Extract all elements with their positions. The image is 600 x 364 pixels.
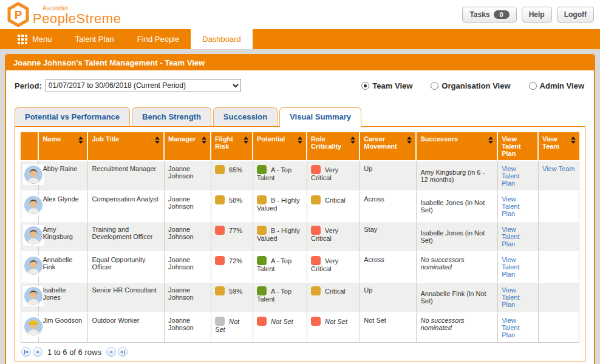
cell-name: Annabelle Fink	[39, 252, 88, 283]
radio-organisation-view[interactable]: Organisation View	[431, 81, 510, 90]
tasks-button[interactable]: Tasks 0	[462, 7, 516, 22]
employee-photo	[23, 286, 44, 306]
sort-icon	[155, 136, 160, 144]
sort-icon	[407, 136, 412, 144]
view-talent-plan-link[interactable]: View Talent Plan	[502, 286, 519, 308]
cell-successors: No successors nominated	[417, 252, 498, 283]
period-row: Period: 01/07/2017 to 30/06/2018 (Curren…	[6, 70, 594, 92]
tab-succession[interactable]: Succession	[213, 107, 278, 126]
column-header-successors[interactable]: Successors	[417, 132, 498, 161]
cell-successors: No successors nominated	[417, 313, 498, 343]
logoff-button[interactable]: Logoff	[557, 7, 594, 22]
cell-role-criticality: Not Set	[307, 313, 360, 343]
main-nav: Menu Talent Plan Find People Dashboard	[0, 29, 600, 49]
potential-status-square	[257, 226, 267, 235]
table-row: Amy KingsburgTraining and Development Of…	[21, 222, 579, 252]
cell-manager: Joanne Johnson	[165, 222, 211, 252]
cell-potential: B - Highly Valued	[253, 192, 307, 222]
role-criticality-status-square	[311, 165, 321, 174]
tab-visual-summary[interactable]: Visual Summary	[279, 107, 361, 127]
cell-manager: Joanne Johnson	[165, 313, 211, 343]
nav-talent-plan[interactable]: Talent Plan	[64, 29, 126, 49]
tab-bar: Potential vs Performance Bench Strength …	[15, 107, 585, 126]
column-header-potential[interactable]: Potential	[253, 132, 307, 161]
first-page-button[interactable]: «	[21, 347, 31, 357]
table-row: Isabelle JonesSenior HR ConsultantJoanne…	[21, 283, 579, 313]
column-header-avatar	[21, 132, 39, 161]
cell-view-team	[539, 192, 579, 222]
nav-find-people[interactable]: Find People	[126, 29, 191, 49]
radio-icon	[361, 82, 369, 90]
previous-page-button[interactable]: «	[33, 347, 43, 357]
tab-potential-vs-performance[interactable]: Potential vs Performance	[15, 107, 130, 126]
avatar-cell	[21, 161, 39, 192]
flight-risk-status-square	[215, 286, 225, 295]
column-header-job-title[interactable]: Job Title	[88, 132, 165, 161]
cell-flight-risk: 65%	[211, 161, 253, 192]
visual-summary-panel: NameJob TitleManagerFlight RiskPotential…	[15, 126, 585, 362]
view-talent-plan-link[interactable]: View Talent Plan	[502, 165, 519, 187]
table-row: Alex GlyndeCompensation AnalystJoanne Jo…	[21, 192, 579, 222]
sort-icon	[202, 136, 206, 144]
cell-career-movement: Not Set	[360, 313, 417, 343]
column-header-view-talent-plan: View Talent Plan	[498, 132, 539, 161]
view-talent-plan-link[interactable]: View Talent Plan	[502, 226, 519, 248]
column-header-name[interactable]: Name	[39, 132, 88, 161]
sort-icon	[244, 136, 248, 144]
role-criticality-status-square	[311, 226, 321, 235]
nav-dashboard[interactable]: Dashboard	[191, 29, 253, 49]
brand-name: PeopleStreme	[33, 12, 121, 25]
cell-successors: Isabelle Jones (in Not Set)	[417, 222, 498, 252]
column-header-career-movement[interactable]: Career Movement	[360, 132, 417, 161]
person-avatar	[23, 316, 44, 337]
flight-risk-status-square	[215, 256, 225, 265]
radio-icon	[529, 82, 537, 90]
pagination: « « 1 to 6 of 6 rows » »	[21, 343, 579, 359]
sort-icon	[488, 136, 493, 144]
radio-team-view[interactable]: Team View	[361, 81, 412, 90]
cell-flight-risk: 72%	[211, 252, 253, 283]
employee-photo	[23, 316, 44, 337]
employee-photo	[23, 225, 44, 246]
next-page-button[interactable]: »	[106, 347, 116, 357]
person-avatar	[23, 286, 44, 306]
sort-icon	[298, 136, 302, 144]
radio-admin-view[interactable]: Admin View	[529, 81, 584, 90]
potential-status-square	[257, 165, 267, 174]
view-talent-plan-link[interactable]: View Talent Plan	[502, 256, 519, 278]
table-header-row: NameJob TitleManagerFlight RiskPotential…	[21, 132, 579, 161]
cell-job-title: Training and Development Officer	[88, 222, 165, 252]
tab-bench-strength[interactable]: Bench Strength	[132, 107, 211, 126]
person-avatar	[23, 195, 44, 215]
view-team-link[interactable]: View Team	[542, 165, 574, 172]
role-criticality-status-square	[311, 317, 321, 326]
person-avatar	[23, 225, 44, 246]
column-header-view-team[interactable]: View Team	[539, 132, 579, 161]
cell-flight-risk: Not Set	[211, 313, 253, 343]
cell-view-talent-plan: View Talent Plan	[498, 313, 539, 343]
column-header-role-criticality[interactable]: Role Criticality	[307, 132, 360, 161]
cell-manager: Joanne Johnson	[165, 192, 211, 222]
potential-status-square	[257, 256, 267, 265]
cell-job-title: Senior HR Consultant	[88, 283, 165, 313]
help-button[interactable]: Help	[522, 7, 552, 22]
cell-career-movement: Up	[360, 283, 417, 313]
view-talent-plan-link[interactable]: View Talent Plan	[502, 195, 519, 217]
last-page-button[interactable]: »	[118, 347, 128, 357]
period-select[interactable]: 01/07/2017 to 30/06/2018 (Current Period…	[46, 79, 241, 92]
cell-view-talent-plan: View Talent Plan	[498, 222, 539, 252]
nav-menu[interactable]: Menu	[6, 29, 64, 49]
radio-icon	[431, 82, 438, 90]
cell-potential: A - Top Talent	[253, 283, 307, 313]
column-header-manager[interactable]: Manager	[165, 132, 211, 161]
flight-risk-status-square	[215, 226, 225, 235]
cell-career-movement: Across	[360, 192, 417, 222]
view-talent-plan-link[interactable]: View Talent Plan	[502, 317, 519, 339]
brand-logo: P Ascender PeopleStreme	[6, 1, 121, 28]
cell-career-movement: Up	[360, 161, 417, 192]
rows-count-text: 1 to 6 of 6 rows	[47, 348, 101, 357]
top-header: P Ascender PeopleStreme Tasks 0 Help Log…	[0, 0, 600, 29]
period-label: Period:	[15, 81, 42, 90]
role-criticality-status-square	[311, 256, 321, 265]
column-header-flight-risk[interactable]: Flight Risk	[211, 132, 253, 161]
